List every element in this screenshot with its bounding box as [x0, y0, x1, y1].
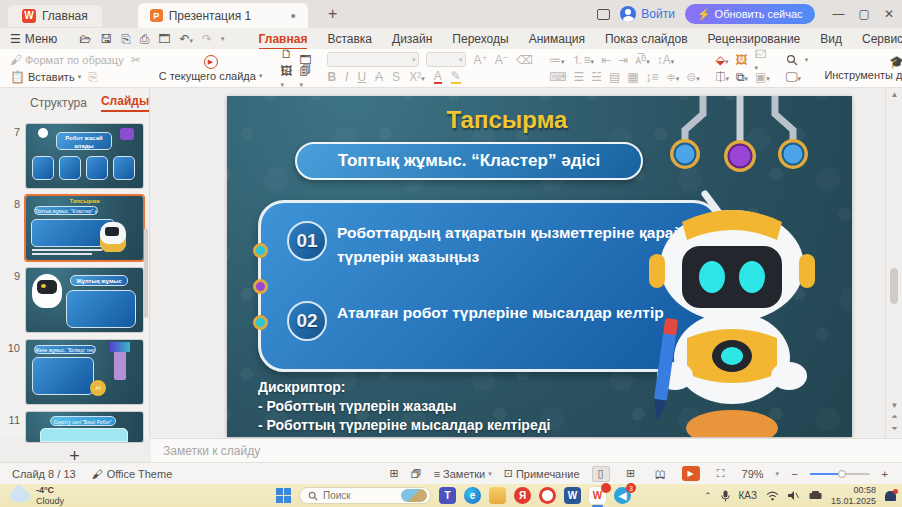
main-menu-button[interactable]: ☰ Меню	[10, 32, 57, 46]
decrease-font-icon[interactable]: A⁻	[495, 54, 509, 66]
edge-icon[interactable]: e	[464, 487, 481, 504]
tab-pokaz-slaidov[interactable]: Показ слайдов	[595, 30, 698, 48]
justify-icon[interactable]: ▤	[609, 71, 620, 83]
wps-icon[interactable]: W	[589, 487, 606, 504]
slide-8[interactable]: Тапсырма Топтық жұмыс. “Кластер” әдісі 0…	[227, 96, 852, 437]
fit-slide-button[interactable]: ⛶	[712, 466, 730, 482]
close-button[interactable]: ✕	[884, 7, 894, 21]
student-tools-button[interactable]: 🎓 Инструменты для студентов	[824, 56, 902, 81]
import-notes-icon[interactable]: 🗇	[411, 468, 422, 480]
play-from-current-button[interactable]: ▶ С текущего слайда▾	[151, 51, 271, 85]
line-spacing-icon[interactable]: ≑▾	[666, 71, 680, 83]
font-size-select[interactable]: ▾	[426, 52, 466, 67]
text-direction-icon[interactable]: ↕A▾	[657, 54, 675, 66]
vertical-align-icon[interactable]: ⊜▾	[686, 71, 700, 83]
slide-subtitle[interactable]: Топтық жұмыс. “Кластер” әдісі	[295, 142, 643, 180]
paste-button[interactable]: 📋Вставить▾	[10, 71, 81, 83]
save-icon[interactable]: 🖫	[100, 32, 112, 46]
align-center-icon[interactable]: ☰	[573, 71, 584, 83]
tab-animatsiya[interactable]: Анимация	[519, 30, 595, 48]
outline-icon[interactable]: 🗐▾	[299, 65, 311, 89]
file-explorer-icon[interactable]	[489, 487, 506, 504]
telegram-icon[interactable]: ◀3	[614, 487, 631, 504]
numbering-icon[interactable]: ⒈≡▾	[572, 54, 595, 66]
italic-button[interactable]: I	[345, 71, 348, 83]
shadow-button[interactable]: S	[392, 71, 400, 83]
tab-structure[interactable]: Структура	[30, 96, 87, 110]
wifi-icon[interactable]	[766, 491, 779, 501]
fill-icon[interactable]: ▣▾	[755, 71, 770, 83]
sidebar-scrollbar[interactable]	[144, 228, 148, 318]
find-replace-icon[interactable]	[786, 54, 798, 66]
new-slide-status-icon[interactable]: ⊞	[389, 467, 398, 480]
zoom-out-button[interactable]: −	[791, 468, 797, 480]
descriptor-block[interactable]: Дискриптор: - Роботтың түрлерін жазады -…	[258, 378, 550, 435]
tab-glavnaya[interactable]: Главная	[249, 30, 318, 48]
comment-toggle-button[interactable]: ⊡ Примечание	[504, 467, 580, 480]
arrange-icon[interactable]: ⧉▾	[736, 71, 748, 83]
maximize-button[interactable]: ▢	[859, 7, 870, 21]
theme-button[interactable]: 🖌 Office Theme	[92, 468, 173, 480]
cut-icon[interactable]: ✂	[131, 54, 141, 66]
tab-vstavka[interactable]: Вставка	[317, 30, 382, 48]
opera-icon[interactable]	[539, 487, 556, 504]
tab-dizain[interactable]: Дизайн	[382, 30, 442, 48]
increase-indent-icon[interactable]: ⇥	[618, 54, 628, 66]
tab-vid[interactable]: Вид	[810, 30, 852, 48]
slide-master-icon[interactable]: 🖽▾	[280, 65, 292, 89]
export-icon[interactable]: ⎘	[121, 32, 131, 46]
copy-icon[interactable]: ⎘	[88, 71, 98, 83]
row-spacing-icon[interactable]: ↨≡	[646, 71, 659, 83]
font-family-select[interactable]: ▾	[327, 52, 419, 67]
distribute-icon[interactable]: ▦	[627, 71, 638, 83]
language-indicator[interactable]: КАЗ	[739, 490, 757, 501]
scroll-down-icon[interactable]: ▼	[886, 401, 902, 410]
notes-panel[interactable]: Заметки к слайду	[151, 438, 902, 462]
preview-icon[interactable]: 🗔	[158, 32, 170, 46]
tab-slides[interactable]: Слайды	[101, 94, 149, 112]
strikethrough-button[interactable]: A	[375, 71, 383, 83]
underline-button[interactable]: U	[357, 71, 366, 83]
slide-thumbnail-9[interactable]: 9 Жұптық жұмыс	[6, 268, 149, 332]
notification-bell-icon[interactable]	[885, 491, 896, 501]
update-now-button[interactable]: ⚡ Обновить сейчас	[685, 4, 815, 24]
tray-expand-icon[interactable]: ⌃	[704, 491, 712, 501]
document-tab[interactable]: P Презентация 1 •	[138, 3, 308, 28]
undo-icon[interactable]: ↶▾	[179, 32, 193, 46]
tab-retsenzirovanie[interactable]: Рецензирование	[698, 30, 811, 48]
workspace-icon[interactable]	[597, 9, 610, 20]
microphone-icon[interactable]	[721, 490, 730, 502]
prev-slide-button[interactable]: ⏶	[886, 412, 902, 422]
slide-thumbnail-7[interactable]: 7 Робот жасай алады	[6, 124, 149, 188]
teams-icon[interactable]: T	[439, 487, 456, 504]
next-slide-button[interactable]: ⏷	[886, 424, 902, 434]
clear-format-icon[interactable]: ⌫	[516, 54, 533, 66]
clock[interactable]: 00:5815.01.2025	[831, 485, 876, 507]
bold-button[interactable]: B	[327, 71, 336, 83]
normal-view-button[interactable]: ▯	[592, 466, 610, 482]
zoom-dropdown-icon[interactable]: ▾	[776, 470, 780, 478]
weather-widget[interactable]: -4°CCloudy	[0, 485, 64, 506]
insert-picture-icon[interactable]: 🖼	[736, 54, 748, 66]
word-icon[interactable]: W	[564, 487, 581, 504]
text-box-icon[interactable]: ⎅▾	[716, 71, 729, 83]
slide-sorter-button[interactable]: ⊞	[622, 466, 640, 482]
minimize-button[interactable]: —	[833, 7, 845, 21]
slideshow-button[interactable]: ▶	[682, 466, 700, 481]
canvas-scrollbar[interactable]: ▲ ▼ ⏶ ⏷	[885, 88, 902, 438]
print-icon[interactable]: ⎙	[140, 32, 150, 46]
increase-font-icon[interactable]: A⁺	[473, 54, 487, 66]
font-color-button[interactable]: A	[434, 70, 442, 84]
superscript-button[interactable]: X²▾	[409, 71, 425, 83]
speaker-icon[interactable]	[788, 490, 800, 501]
home-tab[interactable]: W Главная	[8, 5, 102, 27]
redo-icon[interactable]: ↷	[202, 33, 212, 45]
bullets-icon[interactable]: ≔▾	[549, 54, 565, 66]
insert-shape-icon[interactable]: ⬙▾	[716, 54, 729, 66]
slide-thumbnail-11[interactable]: 11 Сергіту сәті "Биші Робот"	[6, 412, 149, 442]
slide-title[interactable]: Тапсырма	[227, 106, 787, 134]
new-tab-button[interactable]: +	[322, 5, 344, 23]
align-right-icon[interactable]: ☱	[591, 71, 602, 83]
decrease-indent-icon[interactable]: ⇤	[601, 54, 611, 66]
scroll-up-icon[interactable]: ▲	[886, 90, 902, 99]
